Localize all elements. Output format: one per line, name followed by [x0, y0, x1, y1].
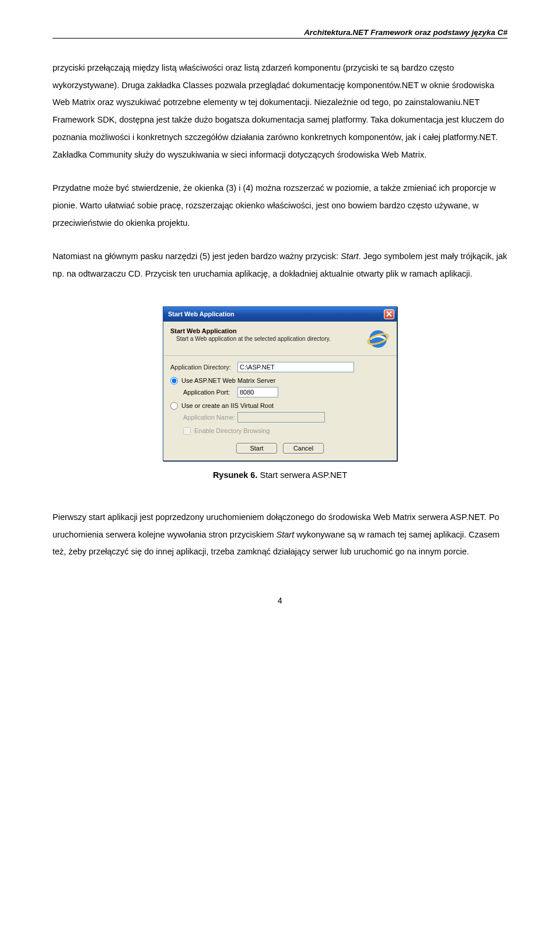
use-iis-label: Use or create an IIS Virtual Root	[181, 402, 274, 409]
paragraph-2: Przydatne może być stwierdzenie, że okie…	[52, 180, 508, 232]
directory-browsing-label: Enable Directory Browsing	[194, 427, 270, 434]
internet-explorer-icon	[366, 327, 390, 351]
para4-start: Start	[276, 530, 295, 539]
figure-caption: Rysunek 6. Start serwera ASP.NET	[213, 470, 347, 480]
dialog-header: Start Web Application	[170, 327, 331, 334]
start-button[interactable]: Start	[236, 443, 277, 453]
para3-part-a: Natomiast na głównym pasku narzędzi (5) …	[52, 252, 341, 261]
figure-caption-bold: Rysunek 6.	[213, 470, 258, 480]
dialog-title: Start Web Application	[168, 310, 235, 317]
dialog-subheader: Start a Web application at the selected …	[170, 336, 331, 342]
page-number: 4	[52, 596, 508, 605]
start-web-application-dialog: Start Web Application Start Web Applicat…	[163, 306, 397, 461]
close-icon[interactable]	[384, 309, 394, 319]
appdir-input[interactable]	[237, 362, 354, 372]
para3-start: Start	[341, 252, 359, 261]
use-iis-radio[interactable]	[170, 402, 178, 410]
port-label: Application Port:	[170, 389, 237, 396]
paragraph-3: Natomiast na głównym pasku narzędzi (5) …	[52, 248, 508, 282]
appname-label: Application Name:	[170, 414, 237, 421]
paragraph-1: przyciski przełączają między listą właśc…	[52, 60, 508, 163]
appname-input	[237, 412, 325, 423]
use-matrix-label: Use ASP.NET Web Matrix Server	[181, 377, 275, 384]
port-input[interactable]	[237, 387, 278, 397]
appdir-label: Application Directory:	[170, 364, 237, 371]
cancel-button[interactable]: Cancel	[283, 443, 324, 453]
page-header: Architektura.NET Framework oraz podstawy…	[52, 28, 508, 39]
dialog-titlebar: Start Web Application	[163, 307, 397, 322]
paragraph-4: Pierwszy start aplikacji jest poprzedzon…	[52, 509, 508, 561]
figure-caption-text: Start serwera ASP.NET	[257, 470, 347, 480]
use-matrix-radio[interactable]	[170, 377, 178, 385]
directory-browsing-checkbox	[183, 427, 191, 435]
